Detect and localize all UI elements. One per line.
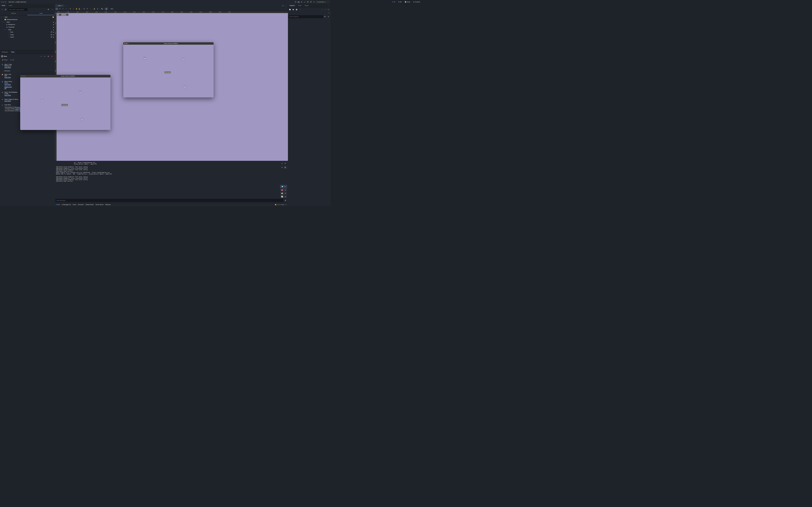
notification-bell-icon[interactable]: 🔔 [275,204,277,205]
dw1-min-button[interactable] [126,43,127,44]
visibility-icon[interactable]: ◉ [53,36,54,38]
visibility-icon[interactable]: ◉ [53,24,54,25]
pan-tool[interactable]: ✋ [75,8,78,10]
add-node-button[interactable]: + [1,8,3,11]
load-resource-button[interactable]: 📁 [292,8,295,11]
instance-icon[interactable]: 🎬 [51,32,52,33]
visibility-icon[interactable]: ◉ [53,29,54,31]
tree-node-world[interactable]: ▾ ○ World ◉ [0,21,55,23]
play-custom-button[interactable]: ⚙ [313,0,315,3]
properties-filter-input[interactable] [289,15,323,18]
dw2-max-button[interactable] [24,75,25,76]
backend-tab[interactable]: Backend [105,204,110,205]
history-tab[interactable]: History [303,4,310,7]
maximize-window-button[interactable] [5,1,6,3]
history-forward-button[interactable]: › [324,8,326,11]
history-back-button[interactable]: ‹ [320,8,323,11]
visibility-icon[interactable]: ◉ [53,32,54,33]
fs-panel-menu[interactable]: ⋮ [52,50,55,54]
instance-icon[interactable]: 🎬 [51,34,52,36]
tree-node-main[interactable]: ▾ ○ Main 📜 [0,16,55,18]
main-scene-tab[interactable]: ○ main ✕ [55,4,64,7]
dw1-close-button[interactable] [124,43,125,44]
scene-filter-input[interactable] [8,8,27,11]
debug-window-2[interactable]: Lobbies (Servers) (DEBUG) Find Lobby [20,75,110,130]
new-resource-button[interactable]: 📄 [289,8,291,11]
play-scene-button[interactable]: 🎬 [309,0,312,3]
history-reload-button[interactable]: ↻ [327,8,330,11]
tree-caret-icon[interactable]: ▾ [4,29,6,30]
pivot-tool[interactable]: ⊹ [72,8,75,10]
doc-button[interactable]: doc [328,12,330,14]
find-lobby-button[interactable]: Find Lobby [164,71,171,73]
lock-button[interactable]: 🔒 [93,8,96,10]
already-up-link[interactable]: up? [4,88,7,89]
zoom-out-button[interactable]: − [59,14,61,15]
stop-button[interactable]: ■ [300,0,303,3]
close-tab-button[interactable]: ✕ [62,5,62,6]
script-icon[interactable]: 📜 [52,16,54,18]
pause-button[interactable]: ❚❚ [297,0,300,3]
local-subtab[interactable]: Local [27,12,55,15]
dw2-close-button[interactable] [21,75,22,76]
ruler-tool[interactable]: 📐 [78,8,81,10]
setup-tab[interactable]: 🚀Setup [1,59,8,61]
debugger-tab[interactable]: Debugger (2) [62,204,71,205]
snap-menu[interactable]: ⋮ [89,8,92,10]
group-button[interactable]: ⧉ [96,8,99,10]
save-resource-button[interactable]: 💾 [295,8,298,11]
advanced-toggle[interactable]: › Advanced [0,69,55,72]
game-server-tab[interactable]: Game Server [96,204,104,205]
inspector-panel-menu[interactable]: ⋮ [328,4,331,7]
overlay-toggle[interactable]: ◑ [105,8,108,10]
output-download-button[interactable]: ⬇ [281,162,283,165]
scene-tab[interactable]: Scene [0,4,7,7]
filesystem-tab[interactable]: FileSystem [0,50,10,54]
errors-counter[interactable]: ✕0 [280,189,287,191]
scene-panel-menu[interactable]: ⋮ [52,4,55,7]
info-counter[interactable]: i0 [280,195,287,198]
import-tab[interactable]: Import [7,4,14,7]
output-toggle-button[interactable]: ☰ [281,166,283,169]
zoom-drag-icon[interactable]: ✥ [58,14,59,15]
tree-node-multiplayerspawner[interactable]: 📶 MultiplayerSpawner [0,18,55,21]
zoom-in-button[interactable]: + [66,14,68,15]
step1-learn-more-link[interactable]: Learn More [4,66,11,68]
view-menu-button[interactable]: View [109,8,114,10]
filter-settings-button[interactable]: ⚙ [327,15,330,18]
new-tab-button[interactable]: + [64,4,67,7]
list-select-tool[interactable]: ☰ [69,8,71,10]
find-lobby-button[interactable]: Find Lobby [61,104,68,106]
step3-learn-more-link[interactable]: Learn More [4,83,11,85]
tree-node-crate3[interactable]: ○ Crate3 🎬 ◉ [0,36,55,39]
movie-mode-button[interactable]: 🎬 [306,0,309,3]
scene-filter-menu[interactable]: ⋮ [51,8,54,11]
visibility-icon[interactable]: ◉ [53,21,54,23]
debug-window-1[interactable]: Lobbies (Servers) (DEBUG) Find Lobby [123,42,214,97]
move-tool[interactable]: ✥ [58,8,61,10]
develop-tab[interactable]: </>De [9,59,15,61]
renderer-dropdown[interactable]: Compatibility ▾ [316,1,326,3]
reload-button[interactable]: ↻ [294,1,297,3]
inspector-menu-button[interactable]: ⋮ [298,8,301,11]
scale-tool[interactable]: ⤢ [65,8,67,10]
zoom-value[interactable]: 169.6 % [62,14,66,15]
grid-toggle[interactable]: ⊟ [86,8,89,10]
tree-caret-icon[interactable]: ▾ [3,21,4,22]
menu-dots-button[interactable]: ⋮ [327,0,329,3]
rivet-signout-button[interactable]: ↪ [40,55,42,58]
layout-icon[interactable]: ☷ [285,204,287,205]
remote-debug-button[interactable]: ▭ [303,0,306,3]
select-tool[interactable]: ↖ [55,8,58,10]
instance-icon[interactable]: 🎬 [51,36,52,38]
output-search-button[interactable]: 🔍 [284,166,287,169]
inspector-tab[interactable]: Inspector [288,4,296,7]
rotate-tool[interactable]: ↻ [62,8,64,10]
shader-editor-tab[interactable]: Shader Editor [85,204,94,205]
snap-toggle[interactable]: ⊞ [83,8,85,10]
tree-node-background[interactable]: ◧ Background ◉ [0,23,55,26]
output-tab[interactable]: Output [56,204,60,205]
messages-counter[interactable]: 💬14 [280,185,287,188]
tree-node-crate2[interactable]: ○ Crate2 🎬 ◉ [0,33,55,36]
tree-node-crate[interactable]: ○ Crate 🎬 ◉ [0,31,55,34]
